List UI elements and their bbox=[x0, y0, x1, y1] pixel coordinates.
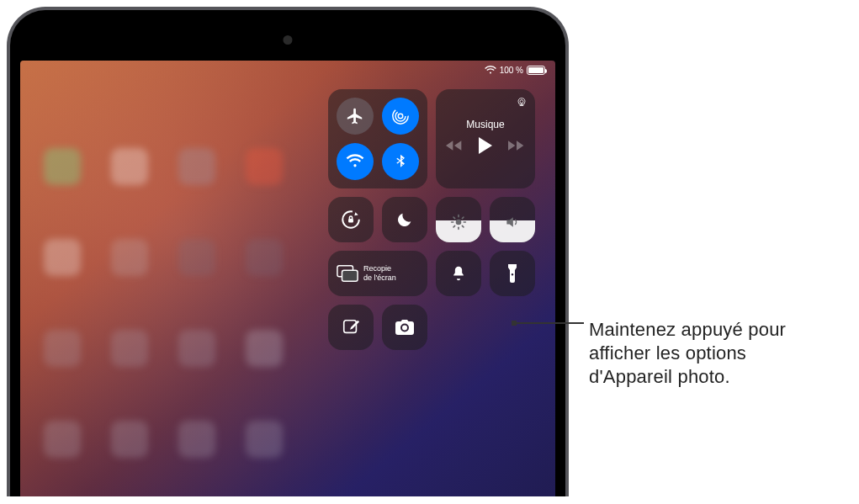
camera-button[interactable] bbox=[382, 305, 427, 350]
media-tile[interactable]: Musique bbox=[436, 89, 535, 188]
flashlight-icon bbox=[506, 263, 518, 284]
volume-slider[interactable] bbox=[490, 197, 535, 242]
speaker-icon bbox=[504, 214, 521, 234]
screen-mirroring-icon bbox=[337, 264, 358, 283]
svg-line-12 bbox=[453, 217, 455, 219]
play-icon bbox=[478, 137, 493, 154]
airplane-mode-toggle[interactable] bbox=[337, 98, 374, 135]
screen-mirroring-label: Recopie de l'écran bbox=[363, 264, 396, 283]
screen-mirroring-button[interactable]: Recopie de l'écran bbox=[328, 251, 427, 296]
airdrop-toggle[interactable] bbox=[382, 98, 419, 135]
flashlight-button[interactable] bbox=[490, 251, 535, 296]
svg-point-0 bbox=[398, 114, 403, 119]
control-center: Musique bbox=[328, 89, 537, 350]
rewind-icon bbox=[446, 139, 463, 152]
svg-line-15 bbox=[462, 217, 464, 219]
connectivity-tile[interactable] bbox=[328, 89, 427, 188]
wifi-toggle[interactable] bbox=[337, 143, 374, 180]
do-not-disturb-toggle[interactable] bbox=[382, 197, 427, 242]
device-screen: 100 % bbox=[19, 59, 557, 496]
airplane-icon bbox=[346, 107, 364, 125]
bluetooth-icon bbox=[392, 153, 409, 170]
moon-icon bbox=[395, 210, 414, 229]
device-camera-dot bbox=[284, 35, 293, 45]
svg-line-13 bbox=[462, 225, 464, 227]
device-frame: 100 % bbox=[7, 7, 569, 496]
media-title: Musique bbox=[466, 119, 504, 130]
svg-point-3 bbox=[520, 100, 523, 103]
svg-rect-6 bbox=[348, 219, 353, 223]
status-bar: 100 % bbox=[485, 66, 545, 75]
battery-percent-label: 100 % bbox=[500, 66, 523, 75]
svg-point-7 bbox=[456, 220, 462, 225]
airdrop-icon bbox=[391, 107, 410, 125]
bell-icon bbox=[450, 264, 467, 283]
notes-button[interactable] bbox=[328, 305, 374, 350]
forward-icon bbox=[508, 139, 525, 152]
svg-point-1 bbox=[395, 111, 406, 121]
annotation-text: Maintenez appuyé pour afficher les optio… bbox=[589, 318, 833, 389]
svg-line-14 bbox=[453, 225, 455, 227]
battery-icon bbox=[527, 66, 545, 75]
bluetooth-toggle[interactable] bbox=[382, 143, 419, 180]
orientation-lock-icon bbox=[340, 209, 362, 231]
camera-icon bbox=[395, 319, 415, 336]
media-prev-button[interactable] bbox=[446, 139, 463, 156]
sun-icon bbox=[450, 214, 467, 234]
orientation-lock-toggle[interactable] bbox=[328, 197, 374, 242]
wifi-toggle-icon bbox=[346, 152, 364, 171]
svg-rect-17 bbox=[342, 270, 358, 281]
media-next-button[interactable] bbox=[508, 139, 525, 156]
airplay-audio-icon bbox=[515, 96, 528, 109]
brightness-slider[interactable] bbox=[436, 197, 481, 242]
silent-mode-button[interactable] bbox=[436, 251, 481, 296]
wifi-icon bbox=[485, 66, 496, 75]
media-play-button[interactable] bbox=[478, 137, 493, 157]
compose-icon bbox=[342, 318, 360, 337]
